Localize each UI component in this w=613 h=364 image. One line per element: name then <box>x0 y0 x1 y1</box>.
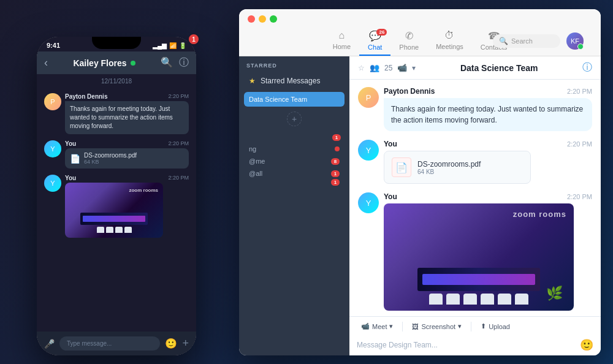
message-header-1: Payton Dennis 2:20 PM <box>384 87 592 96</box>
chat-header-left: ☆ 👥 25 📹 ▾ <box>358 63 416 72</box>
phone-time-2: 2:20 PM <box>168 140 189 147</box>
zoom-logo: zoom rooms <box>513 210 566 219</box>
file-card[interactable]: 📄 DS-zoomrooms.pdf 64 KB <box>384 151 531 184</box>
message-time-1: 2:20 PM <box>567 88 592 95</box>
mention-ng[interactable]: ng <box>244 143 345 154</box>
chair-3 <box>463 294 477 305</box>
avatar-initials: KF <box>571 37 579 45</box>
toolbar-separator <box>402 322 403 332</box>
image-card[interactable]: zoom rooms <box>384 203 574 311</box>
message-bubble-1: Thanks again for meeting today. Just wan… <box>384 98 592 131</box>
phone-screen-panel <box>80 213 148 225</box>
message-header-3: You 2:20 PM <box>384 192 592 201</box>
file-name: DS-zoomrooms.pdf <box>417 160 481 169</box>
meet-label: Meet <box>372 323 387 330</box>
phone-chair-4 <box>124 227 132 233</box>
info-button[interactable]: ⓘ <box>582 61 592 74</box>
input-section: 📹 Meet ▾ 🖼 Screenshot ▾ ⬆ Upload <box>349 316 601 355</box>
message-body-1: Payton Dennis 2:20 PM Thanks again for m… <box>384 87 592 131</box>
meetings-icon: ⏱ <box>444 30 454 41</box>
message-body-2: You 2:20 PM 📄 DS-zoomrooms.pdf 64 KB <box>384 140 592 184</box>
screenshot-chevron: ▾ <box>458 322 462 330</box>
upload-button[interactable]: ⬆ Upload <box>476 320 514 332</box>
desk-visual <box>384 249 574 311</box>
window-maximize-button[interactable] <box>270 15 277 23</box>
home-icon: ⌂ <box>339 30 345 41</box>
mention-me-label: @me <box>249 157 340 165</box>
chevron-down-icon[interactable]: ▾ <box>412 64 416 72</box>
channels-sidebar: STARRED ★ Starred Messages Data Science … <box>239 56 349 355</box>
mention-me[interactable]: @me 8 <box>244 156 345 167</box>
channel-item-last[interactable]: 1 <box>244 180 345 184</box>
members-icon: 👥 <box>370 63 379 72</box>
tab-chat[interactable]: 💬 Chat 26 <box>359 28 390 56</box>
chair-5 <box>498 294 511 305</box>
mention-all[interactable]: @all 1 <box>244 168 345 179</box>
message-body-3: You 2:20 PM zoom rooms <box>384 192 592 311</box>
add-channel-button[interactable]: + <box>287 112 302 126</box>
phone-you-avatar-2: Y <box>44 140 61 157</box>
phone-contact-name: Kailey Flores <box>73 58 126 68</box>
chair-6 <box>515 294 528 305</box>
input-toolbar: 📹 Meet ▾ 🖼 Screenshot ▾ ⬆ Upload <box>357 320 593 336</box>
signal-icon: ▂▄▆ <box>153 42 167 49</box>
phone-chair-3 <box>115 227 123 233</box>
phone-emoji-icon[interactable]: 🙂 <box>165 338 177 349</box>
members-count: 25 <box>384 64 392 72</box>
phone-file-bubble[interactable]: 📄 DS-zoomrooms.pdf 64 KB <box>65 148 189 169</box>
toolbar-separator-2 <box>471 322 471 332</box>
sender-name-2: You <box>384 140 397 148</box>
phone-info-icon[interactable]: ⓘ <box>179 56 189 69</box>
tab-home[interactable]: ⌂ Home <box>324 28 359 56</box>
badge-all: 1 <box>331 170 340 177</box>
channel-name: Data Science Team <box>249 96 307 103</box>
phone-chairs <box>97 227 132 233</box>
plant-icon: 🌿 <box>546 286 563 301</box>
phone-search-icon[interactable]: 🔍 <box>161 56 173 69</box>
message-row-1: P Payton Dennis 2:20 PM Thanks again for… <box>358 87 592 131</box>
phone-add-icon[interactable]: + <box>182 337 189 350</box>
phone-time: 9:41 <box>47 42 60 49</box>
starred-messages-item[interactable]: ★ Starred Messages <box>244 72 345 89</box>
starred-section: ★ Starred Messages <box>239 72 349 89</box>
tab-meetings[interactable]: ⏱ Meetings <box>427 28 472 56</box>
emoji-button[interactable]: 🙂 <box>580 338 593 352</box>
desktop-app-window: ⌂ Home 💬 Chat 26 ✆ Phone ⏱ Meetings ☎ Co… <box>239 9 601 355</box>
channel-data-science-team[interactable]: Data Science Team <box>244 92 345 107</box>
starred-header: STARRED <box>239 56 349 72</box>
starred-messages-label: Starred Messages <box>261 77 320 85</box>
star-btn[interactable]: ☆ <box>358 64 365 72</box>
channel-item-1[interactable]: 1 <box>244 134 345 141</box>
phone-msg-meta-2: You 2:20 PM <box>65 140 189 147</box>
video-icon[interactable]: 📹 <box>397 63 407 72</box>
titlebar-top <box>248 15 592 23</box>
message-input-placeholder[interactable]: Message Design Team... <box>357 341 580 349</box>
tab-phone-label: Phone <box>399 44 419 51</box>
phone-input-field[interactable]: Type message... <box>59 336 160 351</box>
mention-ng-label: ng <box>249 145 340 153</box>
phone-screen-glow <box>83 216 145 222</box>
sender-name-3: You <box>384 192 397 201</box>
phone-time-1: 2:20 PM <box>168 93 189 100</box>
phone-image-bubble[interactable]: zoom rooms <box>65 183 163 238</box>
user-avatar[interactable]: KF <box>566 32 584 50</box>
input-row: Message Design Team... 🙂 <box>357 336 593 352</box>
screenshot-button[interactable]: 🖼 Screenshot ▾ <box>408 320 466 332</box>
back-button[interactable]: ‹ <box>44 56 48 69</box>
phone-notification-badge: 1 <box>188 33 200 45</box>
window-minimize-button[interactable] <box>259 15 266 23</box>
search-box[interactable]: 🔍 Search <box>493 34 560 48</box>
pdf-icon: 📄 <box>392 157 411 177</box>
phone-msg-meta-3: You 2:20 PM <box>65 175 189 181</box>
screen-panel <box>417 268 540 291</box>
window-close-button[interactable] <box>248 15 255 23</box>
date-divider: 12/11/2018 <box>37 74 196 88</box>
tab-phone[interactable]: ✆ Phone <box>390 28 427 56</box>
phone-desk-visual <box>65 213 163 233</box>
phone-mic-icon[interactable]: 🎤 <box>44 339 55 349</box>
payton-avatar: P <box>358 87 379 108</box>
message-time-3: 2:20 PM <box>567 193 592 200</box>
meet-button[interactable]: 📹 Meet ▾ <box>357 320 397 332</box>
chair-2 <box>446 294 460 305</box>
file-details: DS-zoomrooms.pdf 64 KB <box>417 160 481 175</box>
